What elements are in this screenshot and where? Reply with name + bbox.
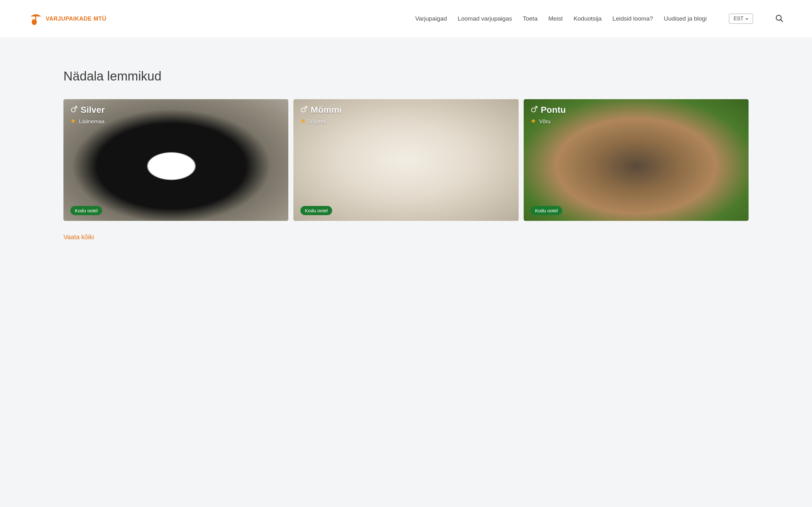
svg-marker-12	[531, 118, 536, 123]
animal-card[interactable]: Mõmmi Viljandi Kodu ootel	[293, 99, 518, 221]
svg-marker-6	[71, 118, 75, 123]
animal-location: Võru	[539, 118, 551, 125]
logo[interactable]: VARJUPAIKADE MTÜ	[29, 11, 106, 26]
card-overlay: Pontu Võru	[531, 105, 742, 125]
status-badge: Kodu ootel	[531, 206, 562, 215]
animal-card[interactable]: Silver Läänemaa Kodu ootel	[63, 99, 288, 221]
star-icon	[70, 118, 76, 125]
section-title: Nädala lemmikud	[63, 69, 749, 83]
search-icon	[775, 19, 783, 23]
male-icon	[531, 106, 538, 114]
svg-point-2	[776, 15, 781, 20]
chevron-down-icon	[745, 16, 748, 21]
search-button[interactable]	[775, 14, 783, 23]
animal-name: Silver	[81, 105, 105, 115]
animal-name: Mõmmi	[310, 105, 342, 115]
star-icon	[531, 118, 536, 125]
animal-location: Viljandi	[309, 118, 326, 125]
male-icon	[70, 106, 78, 114]
nav-item-shelters[interactable]: Varjupaigad	[415, 15, 447, 22]
nav-item-found-animal[interactable]: Leidsid looma?	[612, 15, 653, 22]
nav-item-about[interactable]: Meist	[548, 15, 563, 22]
svg-line-3	[780, 20, 783, 22]
logo-icon	[29, 11, 43, 26]
nav-item-animals[interactable]: Loomad varjupaigas	[458, 15, 512, 22]
language-selector[interactable]: EST	[729, 14, 753, 24]
nav-item-support[interactable]: Toeta	[523, 15, 537, 22]
logo-text: VARJUPAIKADE MTÜ	[46, 15, 106, 22]
language-label: EST	[734, 16, 744, 21]
svg-point-10	[531, 108, 536, 112]
star-icon	[300, 118, 306, 125]
animal-card[interactable]: Pontu Võru Kodu ootel	[524, 99, 749, 221]
male-icon	[300, 106, 307, 114]
animal-name: Pontu	[541, 105, 566, 115]
animal-location: Läänemaa	[79, 118, 104, 125]
view-all-link[interactable]: Vaata kõiki	[63, 233, 94, 241]
main-content: Nädala lemmikud Silver Läänemaa Kodu o	[0, 38, 812, 279]
svg-point-7	[301, 108, 305, 112]
card-overlay: Silver Läänemaa	[70, 105, 281, 125]
site-header: VARJUPAIKADE MTÜ Varjupaigad Loomad varj…	[0, 0, 812, 38]
nav-item-home-seeker[interactable]: Koduotsija	[573, 15, 602, 22]
svg-point-4	[71, 108, 75, 112]
animal-cards: Silver Läänemaa Kodu ootel Mõmmi	[63, 99, 749, 221]
card-overlay: Mõmmi Viljandi	[300, 105, 511, 125]
status-badge: Kodu ootel	[70, 206, 102, 215]
nav-item-news[interactable]: Uudised ja blogi	[664, 15, 707, 22]
main-nav: Varjupaigad Loomad varjupaigas Toeta Mei…	[415, 15, 707, 22]
svg-point-1	[32, 19, 37, 25]
svg-marker-9	[301, 118, 305, 123]
status-badge: Kodu ootel	[300, 206, 332, 215]
